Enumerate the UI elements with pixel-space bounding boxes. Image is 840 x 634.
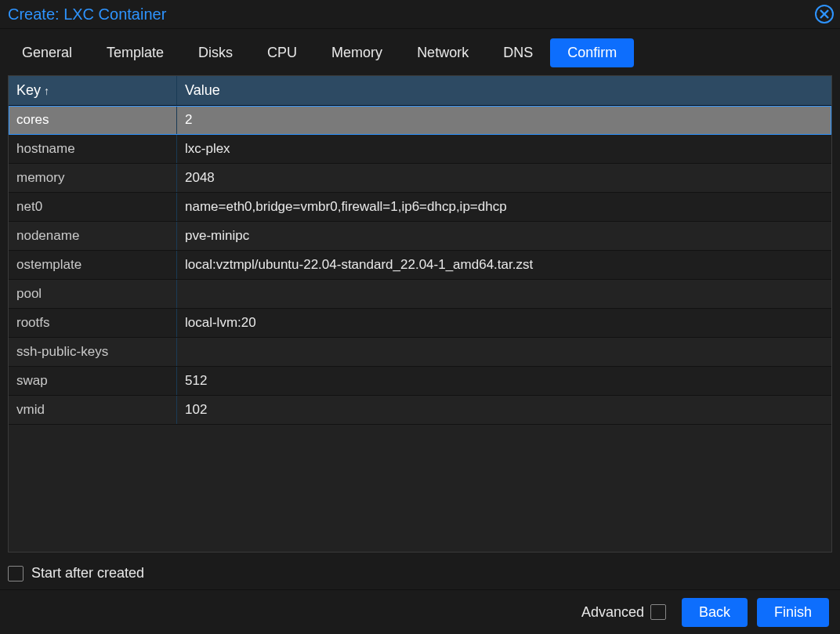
confirm-panel: Key ↑ Value cores2hostnamelxc-plexmemory… [8, 75, 832, 552]
dialog-create-lxc-container: Create: LXC Container GeneralTemplateDis… [0, 0, 840, 634]
table-row[interactable]: vmid102 [9, 396, 831, 425]
summary-table: Key ↑ Value cores2hostnamelxc-plexmemory… [9, 76, 831, 552]
cell-key: ostemplate [9, 251, 177, 279]
advanced-toggle: Advanced [581, 604, 666, 621]
table-header: Key ↑ Value [9, 76, 831, 106]
table-row[interactable]: hostnamelxc-plex [9, 135, 831, 164]
cell-key: pool [9, 280, 177, 308]
cell-key: hostname [9, 135, 177, 163]
cell-key: ssh-public-keys [9, 338, 177, 366]
finish-button[interactable]: Finish [757, 598, 829, 627]
dialog-title: Create: LXC Container [8, 5, 832, 24]
cell-value: pve-minipc [177, 222, 831, 250]
table-row[interactable]: memory2048 [9, 164, 831, 193]
advanced-checkbox[interactable] [650, 604, 666, 620]
tab-memory[interactable]: Memory [314, 38, 400, 67]
dialog-footer: Advanced Back Finish [0, 589, 840, 634]
cell-key: net0 [9, 193, 177, 221]
back-button[interactable]: Back [682, 598, 748, 627]
cell-key: vmid [9, 396, 177, 424]
cell-value: 2048 [177, 164, 831, 192]
cell-key: cores [9, 106, 177, 134]
cell-value: local:vztmpl/ubuntu-22.04-standard_22.04… [177, 251, 831, 279]
tab-network[interactable]: Network [400, 38, 486, 67]
titlebar: Create: LXC Container [0, 0, 840, 29]
tab-dns[interactable]: DNS [486, 38, 550, 67]
tab-general[interactable]: General [5, 38, 89, 67]
cell-value: lxc-plex [177, 135, 831, 163]
cell-value [177, 280, 831, 308]
table-row[interactable]: net0name=eth0,bridge=vmbr0,firewall=1,ip… [9, 193, 831, 222]
column-header-value-label: Value [185, 82, 220, 99]
column-header-key-label: Key [16, 82, 41, 99]
cell-value: 512 [177, 367, 831, 395]
cell-value: name=eth0,bridge=vmbr0,firewall=1,ip6=dh… [177, 193, 831, 221]
column-header-value[interactable]: Value [177, 76, 831, 105]
cell-value [177, 338, 831, 366]
cell-key: rootfs [9, 309, 177, 337]
table-row[interactable]: ssh-public-keys [9, 338, 831, 367]
cell-key: memory [9, 164, 177, 192]
start-after-created-row: Start after created [8, 565, 832, 581]
advanced-label: Advanced [581, 604, 644, 621]
table-row[interactable]: rootfslocal-lvm:20 [9, 309, 831, 338]
column-header-key[interactable]: Key ↑ [9, 76, 177, 105]
cell-key: swap [9, 367, 177, 395]
close-icon [820, 9, 829, 19]
start-after-created-label: Start after created [31, 565, 144, 581]
tab-disks[interactable]: Disks [181, 38, 250, 67]
table-row[interactable]: pool [9, 280, 831, 309]
close-button[interactable] [815, 5, 834, 24]
tab-template[interactable]: Template [89, 38, 181, 67]
wizard-tabs: GeneralTemplateDisksCPUMemoryNetworkDNSC… [0, 29, 840, 71]
cell-value: local-lvm:20 [177, 309, 831, 337]
tab-confirm[interactable]: Confirm [550, 38, 634, 67]
cell-value: 2 [177, 106, 831, 134]
table-row[interactable]: cores2 [9, 106, 831, 135]
table-body: cores2hostnamelxc-plexmemory2048net0name… [9, 106, 831, 552]
table-row[interactable]: nodenamepve-minipc [9, 222, 831, 251]
cell-key: nodename [9, 222, 177, 250]
table-row[interactable]: swap512 [9, 367, 831, 396]
cell-value: 102 [177, 396, 831, 424]
tab-cpu[interactable]: CPU [250, 38, 314, 67]
table-row[interactable]: ostemplatelocal:vztmpl/ubuntu-22.04-stan… [9, 251, 831, 280]
sort-ascending-icon: ↑ [44, 85, 49, 97]
start-after-created-checkbox[interactable] [8, 566, 24, 581]
